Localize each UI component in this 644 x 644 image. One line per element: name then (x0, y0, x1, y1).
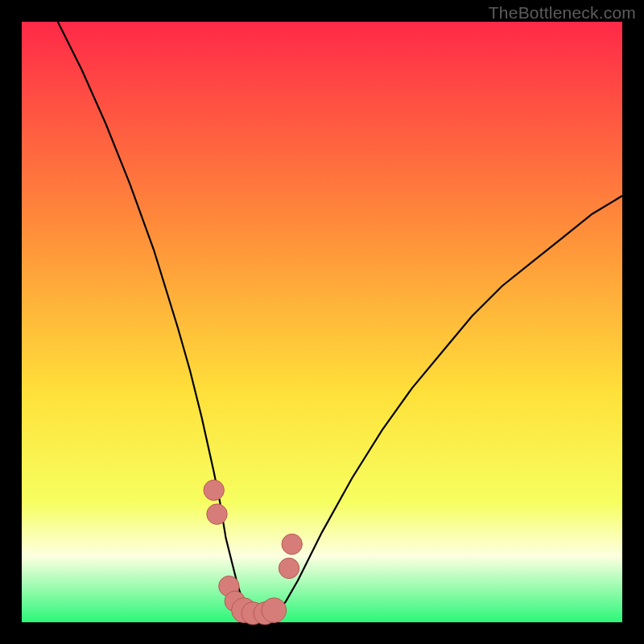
data-marker (207, 504, 227, 524)
data-marker (204, 480, 224, 500)
data-marker (262, 598, 287, 623)
data-marker (279, 558, 299, 578)
data-marker (282, 534, 302, 554)
chart-canvas (0, 0, 644, 644)
outer-frame: TheBottleneck.com (0, 0, 644, 644)
